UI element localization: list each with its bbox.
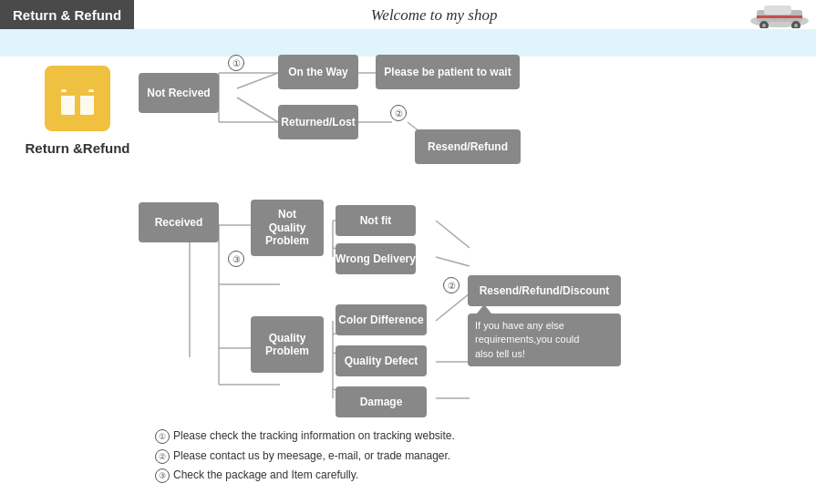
not-fit-node: Not fit [336,205,416,236]
received-label: Received [155,216,203,229]
svg-point-5 [762,24,766,27]
car-decoration [743,0,816,29]
circle-3: ③ [228,251,244,267]
circle-2-top-label: ② [395,108,403,118]
not-quality-problem-node: Not Quality Problem [251,200,324,256]
resend-refund-discount-node: Resend/Refund/Discount [468,275,621,306]
welcome-text: Welcome to my shop [371,6,498,24]
damage-label: Damage [360,396,403,408]
gift-icon-box [45,66,110,131]
please-wait-label: Please be patient to wait [384,66,511,78]
header-title-text: Return & Refund [13,7,121,23]
received-node: Received [139,202,219,242]
circle-1-label: ① [232,58,241,68]
circle-3-label: ③ [232,254,241,264]
not-quality-problem-label: Not Quality Problem [265,208,309,247]
circle-2-bottom-label: ② [448,281,456,291]
info-box-text: If you have any else requirements,you co… [475,320,579,359]
svg-line-42 [436,293,470,321]
resend-refund-top-label: Resend/Refund [428,140,508,153]
svg-rect-11 [61,92,94,96]
car-icon [746,1,814,28]
quality-defect-label: Quality Defect [345,355,418,367]
flowchart: Not Recived ① On the Way Returned/Lost P… [137,38,798,495]
wrong-delivery-node: Wrong Delivery [336,243,416,274]
gift-icon [56,77,99,120]
quality-problem-node: Quality Problem [251,316,324,373]
note-2: ② Please contact us by meesage, e-mail, … [155,447,455,467]
please-wait-node: Please be patient to wait [376,55,520,89]
quality-defect-node: Quality Defect [336,345,427,376]
left-label: Return &Refund [26,140,130,156]
svg-point-14 [75,87,81,93]
header-welcome: Welcome to my shop [134,5,743,25]
main-content: Return &Refund [0,29,816,504]
note-3-text: Check the package and Item carefully. [173,466,358,486]
resend-refund-top-node: Resend/Refund [415,129,521,164]
color-difference-label: Color Difference [338,314,423,326]
note-2-text: Please contact us by meesage, e-mail, or… [173,447,450,467]
left-panel: Return &Refund [18,38,137,495]
note-1-circle: ① [155,429,170,444]
wrong-delivery-label: Wrong Delivery [336,252,416,265]
footer-notes: ① Please check the tracking information … [155,427,455,486]
quality-problem-label: Quality Problem [265,332,309,358]
svg-line-41 [436,257,470,266]
note-3-circle: ③ [155,468,170,483]
returned-lost-node: Returned/Lost [278,105,358,139]
not-received-node: Not Recived [139,73,219,113]
color-difference-node: Color Difference [336,304,427,335]
note-3: ③ Check the package and Item carefully. [155,466,455,486]
svg-point-6 [794,24,798,27]
note-2-circle: ② [155,449,170,464]
svg-line-15 [237,73,278,88]
circle-2-top: ② [390,105,407,121]
header: Return & Refund Welcome to my shop [0,0,816,29]
note-1: ① Please check the tracking information … [155,427,455,447]
returned-lost-label: Returned/Lost [281,116,355,129]
svg-rect-7 [757,15,802,18]
header-title: Return & Refund [0,0,134,29]
on-the-way-label: On the Way [288,66,348,78]
svg-rect-2 [764,5,791,15]
damage-node: Damage [336,386,427,417]
svg-line-16 [237,98,278,122]
info-box: If you have any else requirements,you co… [468,314,621,366]
not-received-label: Not Recived [147,87,210,99]
not-fit-label: Not fit [360,214,392,227]
resend-refund-discount-label: Resend/Refund/Discount [480,284,610,297]
left-label-text: Return &Refund [26,140,130,156]
circle-2-bottom: ② [443,277,460,293]
circle-1: ① [228,55,244,71]
on-the-way-node: On the Way [278,55,358,89]
svg-line-40 [436,221,470,248]
note-1-text: Please check the tracking information on… [173,427,455,447]
